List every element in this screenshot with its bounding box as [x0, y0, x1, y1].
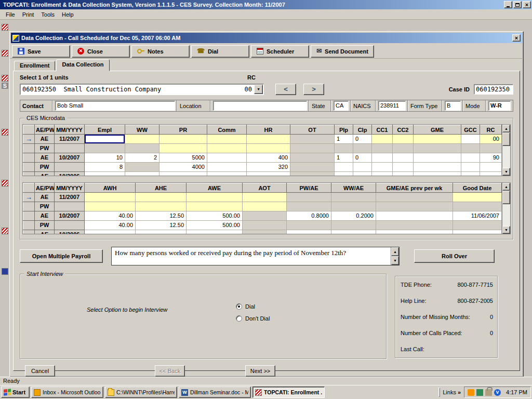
grid-cell[interactable] [187, 193, 243, 202]
grid-cell[interactable] [290, 135, 335, 144]
next-button[interactable]: Next >> [245, 365, 275, 377]
grid-cell[interactable] [335, 172, 353, 176]
grid-cell[interactable] [393, 163, 414, 172]
grid-cell[interactable] [414, 163, 461, 172]
next-unit-button[interactable]: > [303, 84, 324, 95]
dont-dial-option[interactable]: Don't Dial [236, 315, 270, 322]
grid-cell[interactable] [243, 221, 287, 230]
grid-cell[interactable]: 12.50 [136, 211, 187, 221]
grid-cell[interactable] [287, 221, 331, 230]
close-toolbar-button[interactable]: ✕ Close [72, 45, 130, 58]
open-multiple-payroll-button[interactable]: Open Multiple Payroll [20, 249, 103, 263]
cancel-button[interactable]: Cancel [25, 365, 55, 377]
grid-cell[interactable] [207, 144, 247, 153]
grid-cell[interactable] [243, 202, 287, 211]
grid-cell[interactable] [187, 202, 243, 211]
grid-cell[interactable] [125, 172, 159, 176]
grid-cell[interactable] [247, 172, 290, 176]
grid-cell[interactable] [393, 135, 414, 144]
grid-cell[interactable] [207, 163, 247, 172]
grid-cell[interactable] [453, 221, 502, 230]
grid-cell[interactable] [207, 135, 247, 144]
grid-cell[interactable] [372, 163, 393, 172]
grid-cell[interactable]: 10 [85, 153, 125, 163]
scrollbar-thumb[interactable] [502, 132, 510, 146]
vertical-scrollbar[interactable]: ▲ ▼ [502, 183, 510, 234]
grid-cell[interactable] [207, 153, 247, 163]
dont-dial-radio[interactable] [236, 315, 242, 322]
close-button[interactable]: × [523, 1, 531, 8]
grid-cell[interactable] [353, 144, 372, 153]
grid-cell[interactable] [85, 172, 125, 176]
combobox-dropdown-button[interactable]: ▼ [254, 85, 263, 94]
grid-cell[interactable] [480, 163, 502, 172]
back-button[interactable]: << Back [155, 365, 185, 377]
tray-icon[interactable] [468, 389, 474, 396]
grid-cell[interactable] [376, 193, 453, 202]
grid-cell[interactable] [453, 202, 502, 211]
dialog-close-button[interactable]: × [512, 34, 521, 42]
grid-cell[interactable]: 40.00 [85, 211, 136, 221]
grid-cell[interactable] [159, 144, 207, 153]
grid-cell[interactable] [376, 230, 453, 234]
grid-cell[interactable] [335, 144, 353, 153]
grid-cell[interactable] [125, 135, 159, 144]
grid-cell[interactable] [136, 230, 187, 234]
scroll-down-button[interactable]: ▼ [502, 226, 510, 234]
dial-button[interactable]: ☎ Dial [191, 45, 249, 58]
grid-cell[interactable]: 0 [353, 153, 372, 163]
grid-cell[interactable] [136, 193, 187, 202]
scrollbar-track[interactable] [502, 132, 510, 168]
grid-cell[interactable]: 0.2000 [331, 211, 376, 221]
grid-cell[interactable] [287, 230, 331, 234]
grid-cell[interactable] [243, 211, 287, 221]
grid-cell[interactable] [414, 172, 461, 176]
taskbar-task-word[interactable]: Dillman Seminar.doc - Mic... [179, 387, 251, 398]
grid-cell[interactable]: 1 [335, 153, 353, 163]
grid-cell[interactable]: 00 [480, 135, 502, 144]
grid-cell[interactable] [461, 135, 480, 144]
roll-over-button[interactable]: Roll Over [414, 249, 495, 263]
grid-cell[interactable] [480, 172, 502, 176]
antivirus-icon[interactable] [494, 389, 501, 396]
grid-cell[interactable] [335, 163, 353, 172]
grid-cell[interactable] [331, 221, 376, 230]
previous-unit-button[interactable]: < [275, 84, 296, 95]
grid-cell[interactable] [290, 153, 335, 163]
grid-cell[interactable] [331, 202, 376, 211]
grid-cell[interactable]: 4000 [159, 163, 207, 172]
grid-cell[interactable] [243, 193, 287, 202]
grid-cell[interactable]: 8 [85, 163, 125, 172]
dial-radio[interactable] [236, 303, 242, 310]
grid-cell[interactable] [393, 144, 414, 153]
start-button[interactable]: Start [1, 387, 30, 398]
scrollbar-thumb[interactable] [502, 191, 510, 204]
scroll-up-button[interactable]: ▲ [502, 183, 510, 191]
location-field[interactable] [213, 101, 307, 111]
grid-cell[interactable] [187, 230, 243, 234]
grid-cell[interactable] [159, 172, 207, 176]
grid-cell[interactable] [376, 221, 453, 230]
grid-cell[interactable]: 12.50 [136, 221, 187, 230]
grid-cell[interactable] [125, 163, 159, 172]
menu-tools[interactable]: Tools [37, 10, 58, 19]
grid-cell[interactable] [331, 230, 376, 234]
contact-field[interactable]: Bob Small [55, 101, 175, 111]
grid-cell[interactable]: 500.00 [187, 221, 243, 230]
grid-cell[interactable]: 500.00 [187, 211, 243, 221]
toolbar-grip[interactable] [438, 388, 440, 397]
vertical-scrollbar[interactable]: ▲ ▼ [502, 125, 510, 176]
grid-cell[interactable]: 400 [247, 153, 290, 163]
chevron-icon[interactable]: » [458, 389, 461, 395]
grid-cell[interactable] [85, 193, 136, 202]
grid-cell[interactable]: 0 [353, 135, 372, 144]
grid-cell[interactable] [393, 172, 414, 176]
grid-cell[interactable] [85, 202, 136, 211]
unit-combobox[interactable]: 060192350 Small Construction Company 00 … [20, 84, 264, 95]
grid-cell[interactable] [461, 172, 480, 176]
menu-help[interactable]: Help [58, 10, 77, 19]
scroll-up-button[interactable]: ▲ [502, 125, 510, 132]
grid-cell[interactable] [461, 163, 480, 172]
maximize-button[interactable] [513, 1, 522, 8]
grid-cell[interactable] [85, 135, 125, 144]
